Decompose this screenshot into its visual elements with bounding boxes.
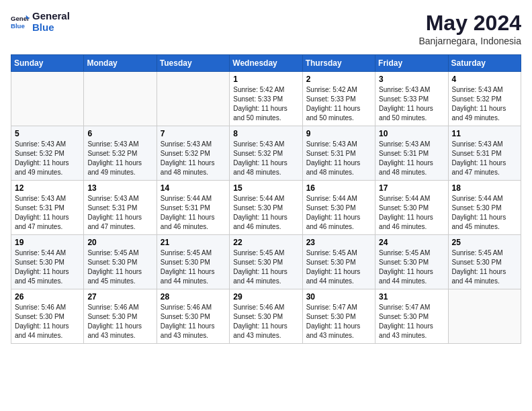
day-cell: 11Sunrise: 5:43 AM Sunset: 5:31 PM Dayli… xyxy=(448,126,521,181)
week-row-2: 5Sunrise: 5:43 AM Sunset: 5:32 PM Daylig… xyxy=(11,126,521,181)
day-cell: 6Sunrise: 5:43 AM Sunset: 5:32 PM Daylig… xyxy=(84,126,157,181)
week-row-3: 12Sunrise: 5:43 AM Sunset: 5:31 PM Dayli… xyxy=(11,181,521,235)
day-info: Sunrise: 5:45 AM Sunset: 5:30 PM Dayligh… xyxy=(452,248,517,286)
svg-text:Blue: Blue xyxy=(11,21,25,29)
day-number: 10 xyxy=(379,129,444,138)
day-number: 15 xyxy=(233,183,298,193)
day-info: Sunrise: 5:47 AM Sunset: 5:30 PM Dayligh… xyxy=(379,303,444,340)
day-info: Sunrise: 5:44 AM Sunset: 5:30 PM Dayligh… xyxy=(233,194,298,232)
day-cell: 2Sunrise: 5:42 AM Sunset: 5:33 PM Daylig… xyxy=(302,72,375,126)
header-monday: Monday xyxy=(84,55,157,72)
header-thursday: Thursday xyxy=(302,55,375,72)
day-info: Sunrise: 5:43 AM Sunset: 5:32 PM Dayligh… xyxy=(87,140,152,177)
header-wednesday: Wednesday xyxy=(230,55,302,72)
day-cell: 17Sunrise: 5:44 AM Sunset: 5:30 PM Dayli… xyxy=(375,181,448,235)
day-info: Sunrise: 5:43 AM Sunset: 5:31 PM Dayligh… xyxy=(15,194,80,232)
logo-icon: General Blue xyxy=(11,13,30,32)
day-info: Sunrise: 5:43 AM Sunset: 5:32 PM Dayligh… xyxy=(233,140,298,177)
week-row-5: 26Sunrise: 5:46 AM Sunset: 5:30 PM Dayli… xyxy=(11,289,521,344)
day-number: 31 xyxy=(379,292,444,302)
day-cell xyxy=(157,72,229,126)
day-number: 2 xyxy=(306,75,371,84)
day-cell: 29Sunrise: 5:46 AM Sunset: 5:30 PM Dayli… xyxy=(230,289,302,344)
day-number: 6 xyxy=(87,129,152,138)
day-cell: 3Sunrise: 5:43 AM Sunset: 5:33 PM Daylig… xyxy=(375,72,448,126)
day-info: Sunrise: 5:43 AM Sunset: 5:31 PM Dayligh… xyxy=(306,140,371,177)
day-number: 11 xyxy=(452,129,517,138)
day-number: 24 xyxy=(379,238,444,247)
day-cell: 31Sunrise: 5:47 AM Sunset: 5:30 PM Dayli… xyxy=(375,289,448,344)
title-block: May 2024 Banjarnegara, Indonesia xyxy=(418,11,521,46)
day-number: 17 xyxy=(379,183,444,193)
day-info: Sunrise: 5:47 AM Sunset: 5:30 PM Dayligh… xyxy=(306,303,371,340)
day-info: Sunrise: 5:44 AM Sunset: 5:30 PM Dayligh… xyxy=(452,194,517,232)
day-cell xyxy=(448,289,521,344)
day-cell: 19Sunrise: 5:44 AM Sunset: 5:30 PM Dayli… xyxy=(11,235,84,289)
day-cell: 28Sunrise: 5:46 AM Sunset: 5:30 PM Dayli… xyxy=(157,289,229,344)
day-number: 14 xyxy=(161,183,226,193)
day-cell: 27Sunrise: 5:46 AM Sunset: 5:30 PM Dayli… xyxy=(84,289,157,344)
day-cell: 7Sunrise: 5:43 AM Sunset: 5:32 PM Daylig… xyxy=(157,126,229,181)
day-info: Sunrise: 5:43 AM Sunset: 5:31 PM Dayligh… xyxy=(379,140,444,177)
day-cell: 9Sunrise: 5:43 AM Sunset: 5:31 PM Daylig… xyxy=(302,126,375,181)
day-info: Sunrise: 5:46 AM Sunset: 5:30 PM Dayligh… xyxy=(15,303,80,340)
header-saturday: Saturday xyxy=(448,55,521,72)
day-number: 5 xyxy=(15,129,80,138)
day-number: 22 xyxy=(233,238,298,247)
day-number: 18 xyxy=(452,183,517,193)
day-cell: 12Sunrise: 5:43 AM Sunset: 5:31 PM Dayli… xyxy=(11,181,84,235)
day-number: 7 xyxy=(161,129,226,138)
calendar-header-row: SundayMondayTuesdayWednesdayThursdayFrid… xyxy=(11,55,521,72)
day-cell: 1Sunrise: 5:42 AM Sunset: 5:33 PM Daylig… xyxy=(230,72,302,126)
week-row-1: 1Sunrise: 5:42 AM Sunset: 5:33 PM Daylig… xyxy=(11,72,521,126)
day-cell: 5Sunrise: 5:43 AM Sunset: 5:32 PM Daylig… xyxy=(11,126,84,181)
day-cell: 13Sunrise: 5:43 AM Sunset: 5:31 PM Dayli… xyxy=(84,181,157,235)
day-info: Sunrise: 5:43 AM Sunset: 5:31 PM Dayligh… xyxy=(87,194,152,232)
day-info: Sunrise: 5:43 AM Sunset: 5:32 PM Dayligh… xyxy=(452,85,517,123)
day-info: Sunrise: 5:44 AM Sunset: 5:30 PM Dayligh… xyxy=(306,194,371,232)
day-cell: 23Sunrise: 5:45 AM Sunset: 5:30 PM Dayli… xyxy=(302,235,375,289)
day-info: Sunrise: 5:45 AM Sunset: 5:30 PM Dayligh… xyxy=(379,248,444,286)
day-number: 16 xyxy=(306,183,371,193)
day-number: 19 xyxy=(15,238,80,247)
day-cell xyxy=(84,72,157,126)
day-number: 1 xyxy=(233,75,298,84)
day-number: 21 xyxy=(161,238,226,247)
day-info: Sunrise: 5:44 AM Sunset: 5:30 PM Dayligh… xyxy=(15,248,80,286)
day-number: 30 xyxy=(306,292,371,302)
day-info: Sunrise: 5:43 AM Sunset: 5:32 PM Dayligh… xyxy=(15,140,80,177)
day-cell: 20Sunrise: 5:45 AM Sunset: 5:30 PM Dayli… xyxy=(84,235,157,289)
month-title: May 2024 xyxy=(418,11,521,36)
day-cell: 8Sunrise: 5:43 AM Sunset: 5:32 PM Daylig… xyxy=(230,126,302,181)
day-cell: 26Sunrise: 5:46 AM Sunset: 5:30 PM Dayli… xyxy=(11,289,84,344)
day-number: 9 xyxy=(306,129,371,138)
day-number: 4 xyxy=(452,75,517,84)
header-tuesday: Tuesday xyxy=(157,55,229,72)
day-number: 28 xyxy=(161,292,226,302)
day-info: Sunrise: 5:44 AM Sunset: 5:31 PM Dayligh… xyxy=(161,194,226,232)
header-sunday: Sunday xyxy=(11,55,84,72)
logo: General Blue General Blue xyxy=(11,11,70,33)
day-info: Sunrise: 5:44 AM Sunset: 5:30 PM Dayligh… xyxy=(379,194,444,232)
day-cell xyxy=(11,72,84,126)
day-info: Sunrise: 5:43 AM Sunset: 5:32 PM Dayligh… xyxy=(161,140,226,177)
day-number: 27 xyxy=(87,292,152,302)
day-number: 29 xyxy=(233,292,298,302)
day-number: 13 xyxy=(87,183,152,193)
logo-text-blue: Blue xyxy=(32,22,70,34)
day-info: Sunrise: 5:45 AM Sunset: 5:30 PM Dayligh… xyxy=(87,248,152,286)
day-info: Sunrise: 5:42 AM Sunset: 5:33 PM Dayligh… xyxy=(233,85,298,123)
day-number: 26 xyxy=(15,292,80,302)
day-number: 25 xyxy=(452,238,517,247)
day-cell: 24Sunrise: 5:45 AM Sunset: 5:30 PM Dayli… xyxy=(375,235,448,289)
day-number: 12 xyxy=(15,183,80,193)
day-number: 23 xyxy=(306,238,371,247)
page-header: General Blue General Blue May 2024 Banja… xyxy=(11,11,521,46)
week-row-4: 19Sunrise: 5:44 AM Sunset: 5:30 PM Dayli… xyxy=(11,235,521,289)
day-cell: 22Sunrise: 5:45 AM Sunset: 5:30 PM Dayli… xyxy=(230,235,302,289)
day-info: Sunrise: 5:42 AM Sunset: 5:33 PM Dayligh… xyxy=(306,85,371,123)
day-number: 3 xyxy=(379,75,444,84)
day-info: Sunrise: 5:43 AM Sunset: 5:31 PM Dayligh… xyxy=(452,140,517,177)
day-cell: 18Sunrise: 5:44 AM Sunset: 5:30 PM Dayli… xyxy=(448,181,521,235)
day-info: Sunrise: 5:45 AM Sunset: 5:30 PM Dayligh… xyxy=(306,248,371,286)
